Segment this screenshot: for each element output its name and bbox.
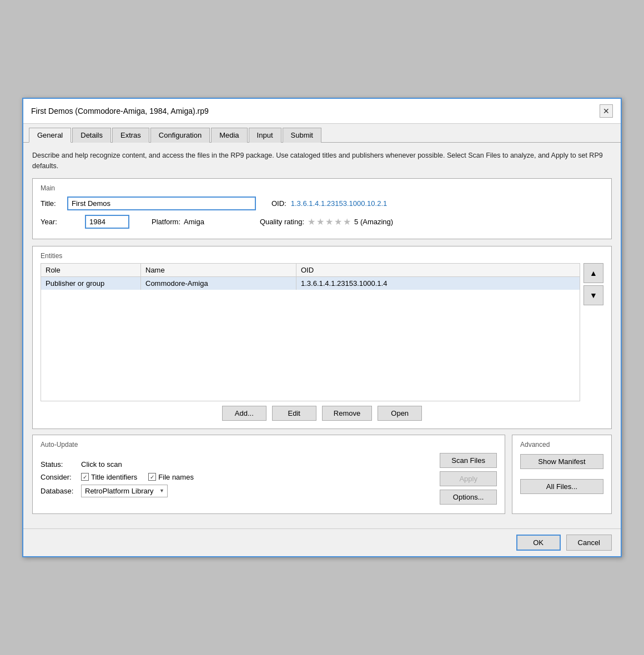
col-name: Name [141,264,296,276]
quality-info: Quality rating: ★ ★ ★ ★ ★ 5 (Amazing) [260,216,393,227]
tab-input[interactable]: Input [249,128,281,143]
add-button[interactable]: Add... [222,406,266,421]
tab-general[interactable]: General [29,128,71,143]
file-names-checkbox[interactable]: ✓ File names [148,473,194,481]
ok-button[interactable]: OK [516,535,561,551]
cancel-button[interactable]: Cancel [566,535,612,551]
entities-label: Entities [41,252,603,260]
consider-row: Consider: ✓ Title identifiers ✓ File nam… [41,473,440,481]
consider-label: Consider: [41,473,77,481]
year-platform-row: Year: Platform: Amiga Quality rating: ★ … [41,215,603,229]
quality-value: 5 (Amazing) [354,218,393,226]
tab-media[interactable]: Media [211,128,247,143]
bottom-row: Auto-Update Status: Click to scan Consid… [32,435,612,514]
footer: OK Cancel [23,528,621,556]
tab-submit[interactable]: Submit [283,128,321,143]
row-role: Publisher or group [41,277,141,290]
oid-link[interactable]: 1.3.6.1.4.1.23153.1000.10.2.1 [291,199,388,208]
tab-extras[interactable]: Extras [112,128,149,143]
main-window: First Demos (Commodore-Amiga, 1984, Amig… [22,98,622,557]
move-up-button[interactable]: ▲ [583,263,603,283]
advanced-section: Advanced Show Manifest All Files... [512,435,612,514]
platform-info: Platform: Amiga [152,218,204,226]
star-4: ★ [334,216,342,227]
entities-table: Role Name OID Publisher or group Commodo… [41,263,580,401]
table-empty-area [41,290,580,401]
title-identifiers-label: Title identifiers [91,473,137,481]
row-oid: 1.3.6.1.4.1.23153.1000.1.4 [296,277,580,290]
main-section: Main Title: OID: 1.3.6.1.4.1.23153.1000.… [32,178,612,239]
database-label: Database: [41,487,77,495]
tab-content: Describe and help recognize content, and… [23,143,621,528]
table-header: Role Name OID [41,264,580,277]
entities-table-wrapper: Role Name OID Publisher or group Commodo… [41,263,603,401]
star-2: ★ [316,216,324,227]
database-row: Database: RetroPlatform Library [41,485,440,497]
move-down-button[interactable]: ▼ [583,285,603,305]
advanced-heading: Advanced [520,441,603,449]
show-manifest-button[interactable]: Show Manifest [520,454,603,469]
title-identifiers-checkbox[interactable]: ✓ Title identifiers [81,473,137,481]
window-title: First Demos (Commodore-Amiga, 1984, Amig… [31,107,209,115]
year-input[interactable] [85,215,129,229]
quality-label: Quality rating: [260,218,304,226]
star-5: ★ [343,216,351,227]
year-label: Year: [41,218,63,226]
arrow-buttons: ▲ ▼ [583,263,603,401]
star-1: ★ [308,216,315,227]
status-left: Status: Click to scan Consider: ✓ Title … [41,460,440,497]
status-field: Status: Click to scan [41,460,440,468]
database-select[interactable]: RetroPlatform Library [81,485,168,497]
file-names-label: File names [158,473,194,481]
entities-section: Entities Role Name OID Publisher or grou… [32,246,612,429]
tab-bar: General Details Extras Configuration Med… [23,124,621,143]
auto-update-heading: Auto-Update [41,441,497,449]
col-oid: OID [296,264,580,276]
all-files-button[interactable]: All Files... [520,479,603,494]
edit-button[interactable]: Edit [272,406,316,421]
title-row: Title: OID: 1.3.6.1.4.1.23153.1000.10.2.… [41,196,603,210]
title-identifiers-check-icon: ✓ [81,473,89,481]
platform-label: Platform: [152,218,180,226]
remove-button[interactable]: Remove [322,406,372,421]
title-bar: First Demos (Commodore-Amiga, 1984, Amig… [23,99,621,124]
file-names-check-icon: ✓ [148,473,156,481]
description-text: Describe and help recognize content, and… [32,150,612,172]
title-label: Title: [41,199,63,208]
tab-configuration[interactable]: Configuration [150,128,210,143]
col-role: Role [41,264,141,276]
stars-display: ★ ★ ★ ★ ★ [308,216,351,227]
status-value: Click to scan [81,460,122,468]
scan-buttons: Scan Files Apply Options... [440,453,497,505]
entity-action-buttons: Add... Edit Remove Open [41,401,603,423]
row-name: Commodore-Amiga [141,277,296,290]
database-select-wrapper: RetroPlatform Library [81,485,168,497]
star-3: ★ [325,216,333,227]
options-button[interactable]: Options... [440,490,497,505]
table-row[interactable]: Publisher or group Commodore-Amiga 1.3.6… [41,277,580,290]
platform-value: Amiga [184,218,204,226]
oid-label: OID: [271,199,286,208]
scan-files-button[interactable]: Scan Files [440,453,497,468]
close-button[interactable]: ✕ [600,104,613,118]
status-label: Status: [41,460,77,468]
tab-details[interactable]: Details [72,128,111,143]
main-section-label: Main [41,184,603,192]
apply-button[interactable]: Apply [440,471,497,486]
status-row: Status: Click to scan Consider: ✓ Title … [41,453,497,505]
open-button[interactable]: Open [378,406,422,421]
title-input[interactable] [67,196,256,210]
auto-update-section: Auto-Update Status: Click to scan Consid… [32,435,505,514]
